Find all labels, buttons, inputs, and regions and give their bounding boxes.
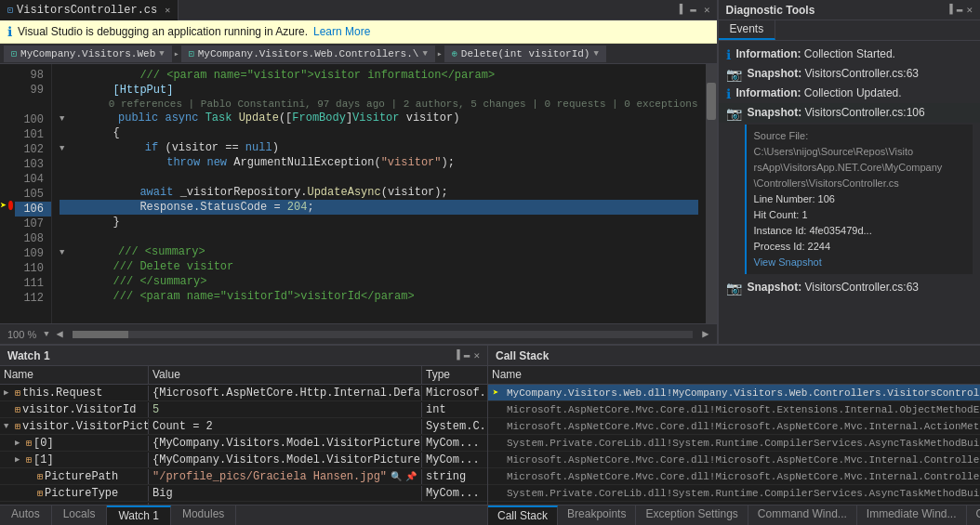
cs-tab-exception[interactable]: Exception Settings	[636, 505, 748, 525]
diag-text-5: Snapshot: VisitorsController.cs:63	[748, 280, 973, 295]
tab-autos[interactable]: Autos	[0, 505, 52, 525]
cs-row-6[interactable]: System.Private.CoreLib.dll!System.Runtim…	[488, 485, 980, 502]
cs-row-5[interactable]: Microsoft.AspNetCore.Mvc.Core.dll!Micros…	[488, 468, 980, 485]
watch-pin-button[interactable]: ▐	[454, 349, 460, 361]
callstack-body: ➤ MyCompany.Visitors.Web.dll!MyCompany.V…	[488, 385, 980, 505]
diag-close-button[interactable]: ✕	[966, 4, 973, 16]
callstack-panel-title: Call Stack	[496, 349, 549, 362]
line-num-108: 108	[15, 231, 51, 246]
breakpoint-dot[interactable]	[8, 201, 13, 210]
watch-row-picture-path[interactable]: · ⊞ PicturePath "/profile_pics/Graciela …	[0, 468, 487, 485]
var-icon-5: ⊞	[37, 471, 43, 482]
code-line-109: ▼ /// <summary>	[60, 244, 698, 259]
close-panel-button[interactable]: ✕	[701, 3, 713, 17]
pin-button[interactable]: ▐	[674, 3, 686, 17]
expand-icon-2[interactable]: ▼	[4, 422, 13, 431]
view-snapshot-link[interactable]: View Snapshot	[754, 256, 822, 268]
search-pin[interactable]: 📌	[405, 471, 417, 482]
line-num-112: 112	[15, 291, 51, 306]
diag-item-3[interactable]: ℹ Information: Collection Updated.	[719, 84, 980, 103]
watch-close-button[interactable]: ✕	[473, 349, 480, 361]
diag-text-2: Snapshot: VisitorsController.cs:63	[748, 66, 973, 81]
breadcrumb-item-1[interactable]: ⊡ MyCompany.Visitors.Web ▼	[4, 46, 172, 62]
h-scroll-thumb[interactable]	[73, 331, 128, 338]
watch-row-visitor-id[interactable]: · ⊞ visitor.VisitorId 5 int	[0, 401, 487, 418]
tab-locals[interactable]: Locals	[52, 505, 108, 525]
code-scroll-thumb[interactable]	[707, 83, 716, 120]
code-tab[interactable]: ⊡ VisitorsController.cs ✕	[0, 0, 179, 20]
cs-tab-callstack[interactable]: Call Stack	[488, 505, 558, 525]
watch-type-2: System.C...	[422, 419, 487, 434]
diag-tab-events[interactable]: Events	[719, 20, 776, 40]
expand-icon-5: ·	[26, 472, 35, 481]
code-line-103: throw new ArgumentNullException("visitor…	[60, 155, 698, 170]
line-num-100: 100	[15, 112, 51, 127]
cs-name-5: Microsoft.AspNetCore.Mvc.Core.dll!Micros…	[503, 471, 980, 482]
watch-type-1: int	[422, 402, 487, 417]
diag-pin-button[interactable]: ▐	[947, 4, 953, 16]
cs-name-1: Microsoft.AspNetCore.Mvc.Core.dll!Micros…	[503, 404, 980, 415]
watch-row-0[interactable]: ▶ ⊞ [0] {MyCompany.Visitors.Model.Visito…	[0, 435, 487, 452]
cs-tab-breakpoints[interactable]: Breakpoints	[558, 505, 636, 525]
watch-headers: Name Value Type	[0, 366, 487, 385]
cs-row-1[interactable]: Microsoft.AspNetCore.Mvc.Core.dll!Micros…	[488, 401, 980, 418]
tab-controls: ▐ ▬ ✕	[674, 3, 717, 17]
breadcrumb-separator-1: ▸	[174, 48, 179, 59]
cs-row-0[interactable]: ➤ MyCompany.Visitors.Web.dll!MyCompany.V…	[488, 385, 980, 401]
watch-name-1: visitor.VisitorId	[22, 403, 136, 416]
camera-icon-2: 📷	[726, 106, 742, 121]
snapshot-line-number: Line Number: 106	[754, 191, 965, 207]
code-content[interactable]: /// <param name="visitor">visitor inform…	[52, 64, 706, 323]
horizontal-scrollbar[interactable]	[73, 331, 693, 338]
cs-tab-output[interactable]: Output	[967, 505, 980, 525]
watch-row-visitor-picture[interactable]: ▼ ⊞ visitor.VisitorPicture Count = 2 Sys…	[0, 418, 487, 435]
watch-row-this-request[interactable]: ▶ ⊞ this.Request {Microsoft.AspNetCore.H…	[0, 385, 487, 401]
cs-row-2[interactable]: Microsoft.AspNetCore.Mvc.Core.dll!Micros…	[488, 418, 980, 435]
float-button[interactable]: ▬	[687, 3, 699, 17]
breadcrumb-dropdown-1[interactable]: ▼	[159, 49, 164, 59]
cs-tab-immediate[interactable]: Immediate Wind...	[857, 505, 967, 525]
diag-item-4[interactable]: 📷 Snapshot: VisitorsController.cs:106	[719, 103, 980, 123]
breadcrumb-dropdown-3[interactable]: ▼	[593, 49, 598, 59]
watch-name-0: this.Request	[22, 387, 102, 400]
info-icon-1: ℹ	[726, 47, 731, 62]
cs-tab-command[interactable]: Command Wind...	[748, 505, 857, 525]
search-magnifier[interactable]: 🔍	[391, 471, 402, 482]
callstack-panel: Call Stack ▐ ▬ ✕ Name Lang ➤ MyCompany.V…	[488, 346, 980, 525]
tab-close-button[interactable]: ✕	[165, 5, 170, 16]
diag-item-1[interactable]: ℹ Information: Collection Started.	[719, 45, 980, 64]
code-tab-bar: ⊡ VisitorsController.cs ✕ ▐ ▬ ✕	[0, 0, 717, 20]
expand-icon-0[interactable]: ▶	[4, 387, 13, 398]
scroll-right[interactable]: ▶	[702, 327, 709, 341]
cs-row-3[interactable]: System.Private.CoreLib.dll!System.Runtim…	[488, 435, 980, 452]
breadcrumb-item-3[interactable]: ⊕ Delete(int visitorId) ▼	[444, 46, 606, 62]
zoom-dropdown[interactable]: ▼	[44, 330, 48, 339]
scroll-left[interactable]: ◀	[57, 327, 63, 341]
expand-icon-6: ·	[26, 489, 35, 498]
line-num-106: 106	[15, 202, 51, 217]
expand-icon-4[interactable]: ▶	[15, 454, 24, 465]
watch-row-1[interactable]: ▶ ⊞ [1] {MyCompany.Visitors.Model.Visito…	[0, 452, 487, 468]
watch-float-button[interactable]: ▬	[464, 349, 470, 361]
diag-item-5[interactable]: 📷 Snapshot: VisitorsController.cs:63	[719, 278, 980, 297]
breadcrumb-item-2[interactable]: ⊡ MyCompany.Visitors.Web.Controllers.\ ▼	[181, 46, 435, 62]
diag-float-button[interactable]: ▬	[957, 4, 963, 16]
diag-item-2[interactable]: 📷 Snapshot: VisitorsController.cs:63	[719, 64, 980, 84]
watch-value-6: Big	[149, 486, 422, 501]
watch-name-5: PicturePath	[45, 470, 118, 483]
method-icon: ⊕	[452, 48, 457, 59]
expand-icon-3[interactable]: ▶	[15, 438, 24, 448]
code-scrollbar[interactable]	[706, 64, 717, 323]
cs-row-4[interactable]: Microsoft.AspNetCore.Mvc.Core.dll!Micros…	[488, 452, 980, 468]
diagnostic-content: ℹ Information: Collection Started. 📷 Sna…	[719, 41, 980, 344]
tab-watch1[interactable]: Watch 1	[107, 505, 171, 525]
learn-more-link[interactable]: Learn More	[313, 25, 370, 38]
camera-icon-3: 📷	[726, 281, 742, 295]
tab-modules[interactable]: Modules	[171, 505, 236, 525]
watch-title-bar: Watch 1 ▐ ▬ ✕	[0, 346, 487, 366]
code-line-98: /// <param name="visitor">visitor inform…	[60, 68, 698, 83]
watch-row-picture-type[interactable]: · ⊞ PictureType Big MyCom...	[0, 485, 487, 502]
diagnostic-panel: Diagnostic Tools ▐ ▬ ✕ Events ℹ Informat…	[718, 0, 980, 344]
diag-controls: ▐ ▬ ✕	[947, 4, 973, 16]
breadcrumb-dropdown-2[interactable]: ▼	[422, 49, 427, 59]
